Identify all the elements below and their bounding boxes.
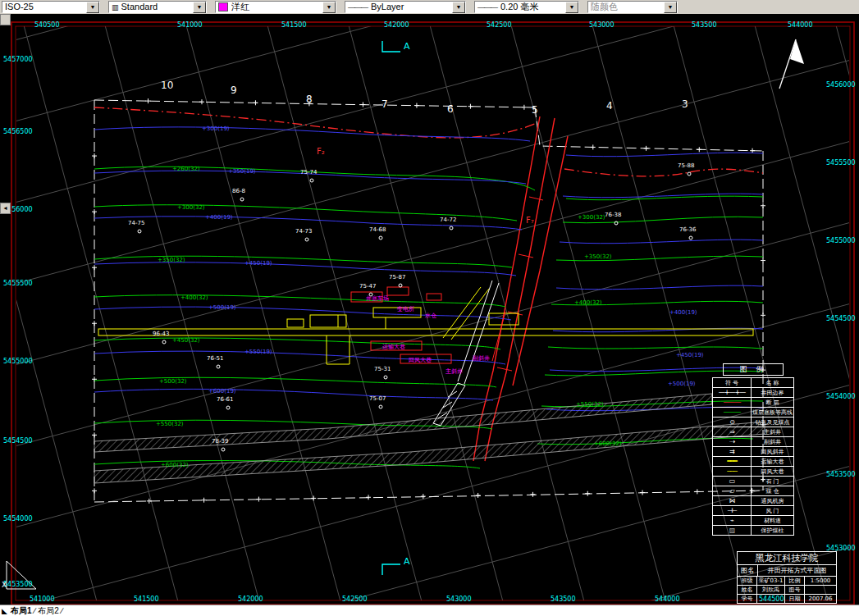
dim-style-value: ISO-25	[5, 2, 85, 12]
coord-label: 5453500	[3, 581, 33, 588]
legend-symbol: ⇢	[713, 437, 752, 447]
lineweight-value: 0.20 毫米	[500, 2, 564, 12]
tb-cell: 采矿03-1	[757, 577, 785, 586]
legend-name: 运输大巷	[752, 457, 794, 467]
title-info-grid: 班级 采矿03-1 比例 1:5000 姓名 刘欣禹 图号 学号 日期 2007…	[738, 577, 836, 603]
coord-label: 5454000	[3, 515, 33, 522]
coord-label: 542000	[384, 21, 409, 29]
tb-cell	[757, 595, 785, 603]
section-number: 9	[231, 84, 237, 96]
coord-label: 541500	[281, 21, 307, 29]
contour-label: +450(32)	[172, 337, 200, 344]
dropdown-arrow-icon[interactable]: ▼	[664, 2, 677, 13]
tab-separator: ∕	[61, 606, 64, 615]
tb-cell: 2007.06	[805, 595, 836, 603]
legend-name: 保护煤柱	[752, 526, 794, 536]
facility-label: 变电所	[396, 306, 414, 313]
table-style-value: Standard	[121, 2, 191, 12]
legend-symbol: ═══	[713, 457, 752, 467]
borehole-marker	[688, 172, 691, 176]
legend-name: 材料道	[752, 516, 794, 526]
legend-symbol: ———	[713, 408, 752, 418]
tb-cell: 姓名	[738, 586, 757, 595]
contour-label: +600(32)	[161, 462, 189, 468]
section-letter: A	[404, 556, 410, 567]
legend-symbol: ⋈	[713, 496, 752, 506]
legend-row: ⇉回风斜井	[713, 447, 794, 457]
plot-style-combo[interactable]: 随颜色 ▼	[587, 1, 678, 13]
plot-style-value: 随颜色	[591, 2, 662, 12]
tab-layout2[interactable]: 布局2	[36, 605, 61, 616]
coord-label: 544000	[655, 595, 680, 603]
ucs-x-label: X	[2, 581, 7, 589]
borehole-marker	[379, 405, 382, 408]
facility-label: 副斜井	[473, 355, 490, 362]
color-combo[interactable]: 洋红 ▼	[215, 1, 336, 13]
facility-label: 主斜井	[445, 367, 463, 375]
dropdown-arrow-icon[interactable]: ▼	[322, 2, 336, 13]
fault-label: F₂	[317, 147, 325, 156]
contour-label: +550(19)	[244, 349, 272, 355]
legend-name: 风 门	[752, 506, 794, 516]
lineweight-line-icon: ———	[477, 3, 497, 11]
coord-label: 5456500	[3, 128, 33, 135]
coord-label: 5454500	[826, 315, 856, 322]
facility-label: 回风大巷	[409, 357, 432, 363]
borehole-label: 75-88	[678, 162, 694, 169]
contour-label: +450(19)	[244, 260, 272, 267]
dim-style-combo[interactable]: ISO-25 ▼	[2, 1, 100, 13]
tab-layout1[interactable]: 布局1	[9, 605, 34, 616]
coord-label: 5455500	[826, 159, 856, 167]
coord-label: 541500	[134, 595, 159, 603]
section-letter: A	[404, 41, 410, 52]
table-style-combo[interactable]: ▥ Standard ▼	[108, 1, 207, 13]
linetype-combo[interactable]: ——— ByLayer ▼	[345, 1, 466, 13]
dropdown-arrow-icon[interactable]: ▼	[86, 2, 99, 13]
tb-cell: 班级	[738, 577, 757, 586]
dropdown-arrow-icon[interactable]: ▼	[452, 2, 465, 13]
borehole-label: 75-31	[374, 366, 391, 372]
coord-label: 5455500	[3, 280, 33, 287]
contour-label: +400(32)	[180, 294, 208, 301]
lineweight-combo[interactable]: ——— 0.20 毫米 ▼	[474, 1, 579, 13]
section-number: 8	[306, 94, 313, 105]
tb-cell: 比例	[785, 577, 805, 586]
fault-label: F₇	[526, 216, 534, 225]
legend-row: ═══运输大巷	[713, 457, 794, 467]
coord-label: 542500	[342, 595, 368, 603]
borehole-label: 75-74	[300, 169, 318, 176]
legend-name: 煤层底板等高线	[752, 408, 794, 418]
drawing-canvas[interactable]: 5405005410005415005420005425005430005435…	[0, 14, 859, 605]
coord-label: 543500	[551, 595, 576, 603]
contour-label: +450(19)	[676, 352, 704, 358]
borehole-marker	[240, 198, 244, 201]
coord-label: 543000	[589, 21, 615, 29]
coord-label: 5456000	[826, 81, 856, 89]
coord-label: 5453500	[826, 471, 856, 478]
facility-label: 井底车场	[366, 295, 389, 302]
legend-symbol: —+—+—	[713, 388, 752, 398]
legend-row: ———煤层底板等高线	[713, 408, 794, 418]
legend-symbol: ⇒	[713, 427, 752, 437]
tb-cell: 学号	[738, 595, 757, 603]
toolbar-grip[interactable]	[0, 14, 11, 25]
legend-row: ⇢副斜井	[713, 437, 794, 447]
linetype-line-icon: ———	[348, 3, 368, 11]
style-icon: ▥	[112, 3, 119, 11]
dropdown-arrow-icon[interactable]: ▼	[565, 2, 578, 13]
tb-cell	[805, 586, 836, 595]
tab-corner-icon: ◣	[2, 607, 7, 615]
legend-symbol: ▨	[713, 526, 752, 536]
tb-cell: 刘欣禹	[757, 586, 785, 595]
tb-cell: 图号	[785, 586, 805, 595]
contour-label: +500(19)	[668, 381, 696, 387]
borehole-marker	[689, 236, 692, 240]
contour-label: +300(32)	[578, 214, 605, 221]
borehole-marker	[399, 284, 402, 287]
borehole-marker	[162, 340, 166, 344]
dropdown-arrow-icon[interactable]: ▼	[193, 2, 206, 13]
contour-label: +600(19)	[208, 388, 236, 395]
borehole-label: 76-51	[207, 355, 223, 362]
pan-left-button[interactable]: ◂	[0, 203, 11, 214]
north-arrow-icon	[779, 39, 804, 89]
